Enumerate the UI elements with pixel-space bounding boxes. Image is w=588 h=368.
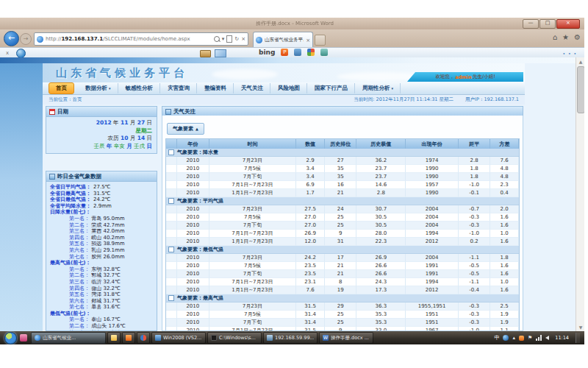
taskbar-window-button-2[interactable]: 192.168.59.99... xyxy=(263,332,318,344)
refresh-icon[interactable]: ↻ xyxy=(234,36,239,42)
addon-icon-3[interactable] xyxy=(307,49,315,56)
addon-icon-2[interactable] xyxy=(294,49,301,56)
table-cell: 1.6 xyxy=(490,222,519,230)
taskbar-window-button-0[interactable]: Win2008 (VS2... xyxy=(151,332,206,344)
hidden-icons-arrow[interactable]: ▴ xyxy=(512,334,515,342)
taskbar-clock[interactable]: 11:14 xyxy=(555,335,569,341)
pinned-app-icon[interactable] xyxy=(20,334,27,342)
sidebar: 日期 2012 年 11 月 27 日 星期二 农历 10 月 14 日 壬辰 … xyxy=(46,106,157,331)
group-checkbox[interactable] xyxy=(168,198,174,204)
tray-orange-icon[interactable] xyxy=(519,336,524,341)
table-row[interactable]: 20107月5候3.43523.719901.84.8 xyxy=(166,165,519,173)
nav-item-0[interactable]: 首页 xyxy=(49,82,74,94)
table-row[interactable]: 20107月23日24.21726.92004-1.11.8 xyxy=(166,254,519,262)
page-scrollbar[interactable]: ▲ ▼ xyxy=(576,57,584,331)
nav-item-8[interactable]: 周期性分析▾ xyxy=(356,83,401,93)
close-button[interactable]: × xyxy=(556,19,580,29)
scroll-down-icon[interactable]: ▼ xyxy=(576,323,584,331)
table-row[interactable]: 20107月23日2.92736.219742.87.6 xyxy=(166,157,519,165)
toolbar-close-icon[interactable]: x xyxy=(6,50,9,56)
scrollbar-thumb[interactable] xyxy=(577,66,584,113)
nav-item-2[interactable]: 敏感性分析 xyxy=(119,83,161,93)
table-row[interactable]: 20107月下旬31.42535.31951-0.31.9 xyxy=(166,319,519,327)
forward-button[interactable]: → xyxy=(20,33,32,45)
table-row[interactable]: 20107月23日31.52936.31955,1951-0.32.5 xyxy=(166,302,519,311)
dropdown-icon[interactable]: ▾ xyxy=(222,36,225,42)
table-row[interactable]: 20107月1日~7月23日6.91614.61957-1.02.3 xyxy=(166,181,519,189)
table-row[interactable]: 20101月1日~7月23日7.61917.32012-0.41.6 xyxy=(166,286,519,294)
compat-view-icon[interactable] xyxy=(226,35,232,43)
camera-icon[interactable] xyxy=(200,50,211,57)
table-row[interactable]: 20107月1日~7月23日26.9928.01994-1.01.0 xyxy=(166,230,519,238)
stop-icon[interactable]: × xyxy=(241,36,245,42)
sidebar-section-title-1: 最高气温(前七)： xyxy=(50,260,154,266)
ie-page-icon xyxy=(37,36,43,43)
maximize-button[interactable]: □ xyxy=(539,19,556,29)
nav-item-7[interactable]: 国家下行产品 xyxy=(308,83,355,93)
bing-logo[interactable]: bing xyxy=(259,49,275,56)
addon-icon-4[interactable] xyxy=(320,49,328,56)
taskbar-app-button-2[interactable] xyxy=(137,332,150,344)
table-cell: 7.6 xyxy=(296,286,325,294)
table-cell: -0.3 xyxy=(459,311,490,319)
favorites-star-icon[interactable]: ★ xyxy=(562,33,569,41)
table-row[interactable]: 20107月5候31.42535.31951-0.31.9 xyxy=(166,311,519,319)
group-checkbox[interactable] xyxy=(168,149,174,155)
group-checkbox[interactable] xyxy=(168,295,174,301)
table-cell: 26.6 xyxy=(356,270,406,278)
nav-item-4[interactable]: 整编资料 xyxy=(198,83,234,93)
element-filter-button[interactable]: 气象要素 ▲ xyxy=(167,123,204,135)
table-row[interactable]: 20107月5候23.52126.61991-0.51.6 xyxy=(166,262,519,270)
chevron-down-icon: ▾ xyxy=(109,86,111,91)
scroll-up-icon[interactable]: ▲ xyxy=(576,57,584,66)
table-row[interactable]: 20107月23日27.52430.72004-0.72.0 xyxy=(166,205,519,213)
table-row[interactable]: 20107月下旬3.43523.719901.84.8 xyxy=(166,173,519,181)
new-tab-button[interactable] xyxy=(315,35,326,46)
back-button[interactable]: ← xyxy=(4,31,19,46)
word-icon: W xyxy=(323,335,329,341)
taskbar-explorer-button[interactable] xyxy=(107,332,121,344)
table-row[interactable]: 20101月1日~7月23日12.03122.320120.21.6 xyxy=(166,238,519,246)
taskbar-app-button-1[interactable] xyxy=(122,332,135,344)
more-tools-icon[interactable]: • • • xyxy=(563,51,577,56)
table-row[interactable]: 20101月1日~7月23日1.7212.81990-0.10.4 xyxy=(166,189,519,197)
addon-icon-1[interactable]: P xyxy=(281,49,288,56)
network-icon[interactable] xyxy=(536,335,542,341)
nav-item-6[interactable]: 风险地图 xyxy=(271,83,307,93)
speaker-icon[interactable] xyxy=(545,336,549,340)
welcome-banner: 欢迎您，admin 先生/小姐! xyxy=(407,72,523,82)
ime-indicator[interactable]: 中 xyxy=(494,334,499,342)
url-text[interactable]: http://192.168.137.1/SLCCLIMATE/modules/… xyxy=(46,36,212,42)
tray-app-icon[interactable] xyxy=(503,335,509,341)
table-row[interactable]: 20107月下旬27.02530.52004-0.31.6 xyxy=(166,222,519,230)
tab-close-icon[interactable]: × xyxy=(306,38,310,43)
table-row[interactable]: 20107月下旬23.52126.61991-0.51.6 xyxy=(166,270,519,278)
table-cell: 1951 xyxy=(406,311,459,319)
start-button[interactable] xyxy=(4,332,17,344)
table-row[interactable]: 20107月5候27.02530.52004-0.31.6 xyxy=(166,213,519,222)
nav-item-1[interactable]: 数据分析▾ xyxy=(79,83,118,93)
group-checkbox[interactable] xyxy=(168,247,174,252)
table-cell: -1.0 xyxy=(459,230,490,238)
table-cell: 2.9 xyxy=(296,157,325,165)
nav-item-5[interactable]: 天气关注 xyxy=(234,83,270,93)
table-cell: 36.2 xyxy=(356,157,406,165)
browser-tab[interactable]: 山东省气候业务平... × xyxy=(253,32,313,48)
minimize-button[interactable]: — xyxy=(523,19,539,29)
mail-icon[interactable] xyxy=(215,49,226,57)
taskbar-window-button-1[interactable]: C:\Windows\s... xyxy=(207,332,262,344)
taskbar-ie-button[interactable]: 山东省气候业... xyxy=(31,332,106,344)
table-cell: 2010 xyxy=(177,230,209,238)
action-center-flag-icon[interactable]: ⚑ xyxy=(528,334,532,342)
settings-gear-icon[interactable]: ⚙ xyxy=(574,33,581,41)
search-icon[interactable] xyxy=(214,36,220,42)
table-row[interactable]: 20107月1日~7月23日23.1824.31994-1.11.0 xyxy=(166,278,519,286)
show-desktop-button[interactable] xyxy=(576,333,580,343)
nav-item-3[interactable]: 灾害查询 xyxy=(161,83,197,93)
table-cell: 2010 xyxy=(177,270,209,278)
table-cell: 26.6 xyxy=(356,262,406,270)
table-cell: 7月5候 xyxy=(209,213,297,222)
home-icon[interactable]: ⌂ xyxy=(553,33,557,41)
taskbar-window-button-3[interactable]: W操作手册.docx ... xyxy=(319,332,373,344)
address-bar[interactable]: http://192.168.137.1/SLCCLIMATE/modules/… xyxy=(34,32,248,46)
